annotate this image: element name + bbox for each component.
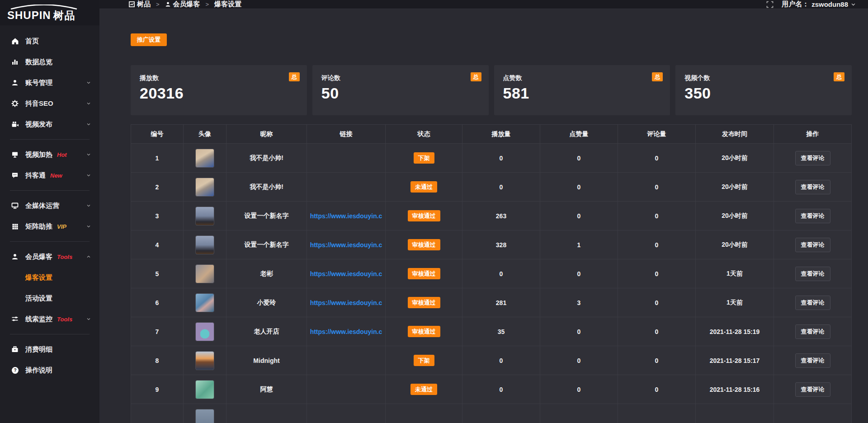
time-cell: 1天前: [696, 259, 774, 288]
table-row: [131, 404, 852, 423]
avatar-cell: [184, 404, 226, 423]
plays-cell: 0: [462, 375, 540, 404]
sidebar: SHUPIN树品 首页 数据总览 账号管理: [0, 0, 99, 423]
breadcrumb-item-shupin[interactable]: 树品: [129, 0, 151, 9]
sidebar-item-clue-monitor[interactable]: 线索监控 Tools: [0, 309, 99, 329]
link-cell: https://www.iesdouyin.c: [307, 259, 386, 288]
view-comments-button[interactable]: 查看评论: [795, 151, 830, 165]
status-cell: 审核通过: [386, 317, 462, 346]
total-badge: 总: [652, 72, 663, 81]
sidebar-item-video-publish[interactable]: 视频发布: [0, 114, 99, 135]
row-id-cell: 4: [131, 230, 184, 259]
sidebar-item-account-mgmt[interactable]: 账号管理: [0, 72, 99, 93]
likes-cell: 1: [540, 230, 618, 259]
svg-text:?: ?: [14, 368, 16, 373]
action-cell: 查看评论: [774, 173, 852, 202]
video-link[interactable]: https://www.iesdouyin.c: [307, 212, 385, 220]
video-link[interactable]: https://www.iesdouyin.c: [307, 328, 385, 335]
column-header: 播放量: [462, 125, 540, 144]
stat-value: 581: [503, 85, 661, 102]
view-comments-button[interactable]: 查看评论: [795, 296, 830, 310]
nickname-cell: 我不是小帅!: [226, 144, 307, 173]
sidebar-item-consumption-detail[interactable]: 消费明细: [0, 339, 99, 360]
sidebar-item-instructions[interactable]: ? 操作说明: [0, 360, 99, 381]
status-badge: 审核通过: [408, 268, 440, 280]
stat-value: 20316: [140, 85, 298, 102]
user-icon: [11, 253, 19, 261]
time-cell: 2021-11-28 15:17: [696, 346, 774, 375]
breadcrumb-item-current: 爆客设置: [214, 0, 241, 9]
chevron-down-icon: [86, 122, 91, 127]
video-link[interactable]: https://www.iesdouyin.c: [307, 270, 385, 277]
video-link[interactable]: https://www.iesdouyin.c: [307, 241, 385, 249]
home-icon: [11, 37, 19, 45]
status-badge: 未通过: [410, 384, 437, 395]
likes-cell: 0: [540, 375, 618, 404]
status-cell: 审核通过: [386, 230, 462, 259]
link-cell: https://www.iesdouyin.c: [307, 202, 386, 230]
breadcrumb-item-member-baoke[interactable]: 会员爆客: [165, 0, 200, 9]
comments-cell: 0: [618, 230, 696, 259]
table-row: 4 设置一个新名字 https://www.iesdouyin.c 审核通过 3…: [131, 230, 852, 259]
sidebar-item-member-baoke[interactable]: 会员爆客 Tools: [0, 246, 99, 267]
nickname-cell: 老人开店: [226, 317, 307, 346]
view-comments-button[interactable]: 查看评论: [795, 180, 830, 194]
logo: SHUPIN树品: [0, 0, 99, 25]
sidebar-item-all-media[interactable]: 全媒体运营: [0, 195, 99, 216]
nickname-cell: 设置一个新名字: [226, 202, 307, 230]
column-header: 点赞量: [540, 125, 618, 144]
total-badge: 总: [834, 72, 844, 81]
topbar: 树品 > 会员爆客 > 爆客设置: [99, 0, 868, 9]
sidebar-item-label: 视频加热: [25, 150, 52, 159]
video-link[interactable]: https://www.iesdouyin.c: [307, 299, 385, 306]
view-comments-button[interactable]: 查看评论: [795, 382, 830, 397]
table-row: 5 老彬 https://www.iesdouyin.c 审核通过 0 0 0 …: [131, 259, 852, 288]
status-badge: 未通过: [410, 181, 437, 193]
sidebar-subitem-activity-settings[interactable]: 活动设置: [0, 288, 99, 309]
page-content: 推广设置 播放数 20316 总 评论数 50 总 点赞数 581 总: [99, 9, 868, 423]
column-header: 发布时间: [696, 125, 774, 144]
avatar: [195, 264, 214, 283]
likes-cell: 0: [540, 173, 618, 202]
status-cell: 未通过: [386, 173, 462, 202]
sidebar-item-label: 抖客通: [25, 171, 46, 180]
question-icon: ?: [11, 366, 19, 374]
sidebar-item-data-overview[interactable]: 数据总览: [0, 52, 99, 72]
sidebar-item-video-heat[interactable]: 视频加热 Hot: [0, 144, 99, 165]
comments-cell: 0: [618, 288, 696, 317]
sidebar-item-label: 账号管理: [25, 79, 52, 87]
avatar-cell: [184, 173, 226, 202]
avatar-cell: [184, 202, 226, 230]
username-value: zswodun88: [811, 0, 848, 8]
sidebar-item-label: 抖音SEO: [25, 99, 53, 108]
plays-cell: 0: [462, 173, 540, 202]
link-cell: [307, 144, 386, 173]
fullscreen-icon[interactable]: [766, 1, 774, 8]
promote-settings-button[interactable]: 推广设置: [131, 33, 167, 46]
likes-cell: 0: [540, 346, 618, 375]
user-menu[interactable]: 用户名：zswodun88: [782, 0, 856, 9]
view-comments-button[interactable]: 查看评论: [795, 209, 830, 223]
sidebar-item-douyin-seo[interactable]: 抖音SEO: [0, 93, 99, 114]
time-cell: 20小时前: [696, 173, 774, 202]
table-row: 1 我不是小帅! 下架 0 0 0 20小时前 查看评论: [131, 144, 852, 173]
action-cell: 查看评论: [774, 144, 852, 173]
sidebar-item-doukerton[interactable]: 抖客通 New: [0, 165, 99, 186]
likes-cell: 0: [540, 259, 618, 288]
status-cell: 审核通过: [386, 259, 462, 288]
avatar-cell: [184, 230, 226, 259]
view-comments-button[interactable]: 查看评论: [795, 238, 830, 252]
row-id-cell: [131, 404, 184, 423]
sidebar-item-home[interactable]: 首页: [0, 31, 99, 52]
comments-cell: 0: [618, 375, 696, 404]
view-comments-button[interactable]: 查看评论: [795, 353, 830, 368]
view-comments-button[interactable]: 查看评论: [795, 267, 830, 281]
view-comments-button[interactable]: 查看评论: [795, 324, 830, 339]
sidebar-item-matrix-boost[interactable]: 矩阵助推 VIP: [0, 216, 99, 237]
app-window: SHUPIN树品 首页 数据总览 账号管理: [0, 0, 868, 423]
sidebar-subitem-baoke-settings[interactable]: 爆客设置: [0, 267, 99, 288]
table-row: 9 阿慧 未通过 0 0 0 2021-11-28 15:16 查看评论: [131, 375, 852, 404]
status-badge: 审核通过: [408, 326, 440, 338]
chevron-down-icon: [86, 173, 91, 178]
action-cell: 查看评论: [774, 259, 852, 288]
